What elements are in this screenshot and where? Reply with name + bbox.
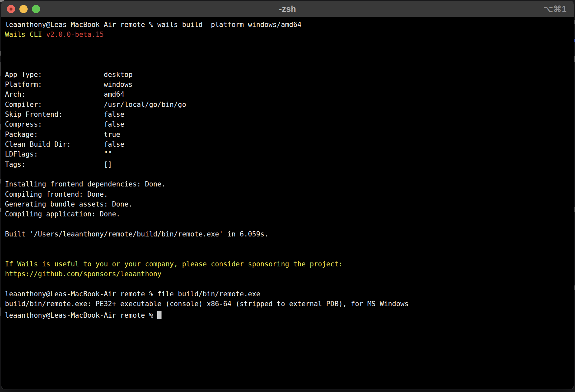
terminal-cursor: [157, 311, 162, 319]
terminal-line: Clean Build Dir: false: [5, 139, 574, 149]
terminal-text-segment: Arch: amd64: [5, 90, 124, 98]
terminal-line: [5, 219, 574, 229]
terminal-window: -zsh ⌥⌘1 leaanthony@Leas-MacBook-Air rem…: [1, 1, 574, 389]
close-button[interactable]: [7, 5, 15, 13]
terminal-line: leaanthony@Leas-MacBook-Air remote %: [5, 309, 574, 319]
terminal-text-segment: LDFlags: "": [5, 150, 112, 158]
terminal-line: Platform: windows: [5, 80, 574, 89]
terminal-text-segment: Clean Build Dir: false: [5, 140, 124, 148]
terminal-text-segment: Tags: []: [5, 160, 112, 168]
terminal-line: Installing frontend dependencies: Done.: [5, 179, 574, 189]
terminal-text-segment: Package: true: [5, 131, 120, 138]
terminal-line: [5, 60, 574, 69]
terminal-line: If Wails is useful to you or your compan…: [5, 259, 574, 269]
terminal-text-segment: Generating bundle assets: Done.: [5, 200, 133, 208]
terminal-text-segment: Compiling frontend: Done.: [5, 190, 108, 198]
terminal-line: Built '/Users/leaanthony/remote/build/bi…: [5, 229, 574, 239]
terminal-line: [5, 50, 574, 60]
minimize-button[interactable]: [19, 5, 28, 13]
terminal-text-segment: leaanthony@Leas-MacBook-Air remote % wai…: [5, 21, 302, 29]
terminal-line: [5, 239, 574, 249]
terminal-text-segment: leaanthony@Leas-MacBook-Air remote %: [5, 311, 157, 319]
terminal-line: Compress: false: [5, 119, 574, 129]
terminal-line: leaanthony@Leas-MacBook-Air remote % fil…: [5, 289, 574, 299]
terminal-line: Skip Frontend: false: [5, 110, 574, 119]
terminal-text-segment: Compiler: /usr/local/go/bin/go: [5, 101, 186, 109]
terminal-line: Arch: amd64: [5, 89, 574, 99]
terminal-line: [5, 249, 574, 259]
terminal-text-segment: Installing frontend dependencies: Done.: [5, 180, 165, 188]
terminal-line: Package: true: [5, 130, 574, 139]
window-title: -zsh: [1, 1, 574, 17]
terminal-line: https://github.com/sponsors/leaanthony: [5, 269, 574, 279]
terminal-text-segment: Platform: windows: [5, 81, 133, 88]
terminal-line: leaanthony@Leas-MacBook-Air remote % wai…: [5, 20, 574, 30]
terminal-text-segment: Compress: false: [5, 120, 124, 128]
terminal-text-segment: https://github.com/sponsors/leaanthony: [5, 270, 162, 278]
traffic-lights: [1, 5, 40, 13]
titlebar[interactable]: -zsh ⌥⌘1: [1, 1, 574, 17]
terminal-text-segment: Wails CLI: [5, 31, 46, 38]
terminal-line: LDFlags: "": [5, 149, 574, 159]
terminal-line: Compiling application: Done.: [5, 209, 574, 219]
terminal-line: Compiler: /usr/local/go/bin/go: [5, 100, 574, 110]
terminal-line: App Type: desktop: [5, 70, 574, 80]
terminal-text-segment: If Wails is useful to you or your compan…: [5, 260, 343, 268]
terminal-text-segment: Compiling application: Done.: [5, 210, 120, 218]
terminal-line: Generating bundle assets: Done.: [5, 199, 574, 209]
terminal-screen[interactable]: leaanthony@Leas-MacBook-Air remote % wai…: [1, 17, 574, 319]
terminal-line: build/bin/remote.exe: PE32+ executable (…: [5, 299, 574, 309]
terminal-text-segment: build/bin/remote.exe: PE32+ executable (…: [5, 300, 409, 308]
terminal-line: Compiling frontend: Done.: [5, 189, 574, 199]
terminal-line: Tags: []: [5, 159, 574, 169]
terminal-line: [5, 279, 574, 289]
terminal-text-segment: Built '/Users/leaanthony/remote/build/bi…: [5, 230, 268, 238]
tab-shortcut-badge: ⌥⌘1: [543, 1, 567, 17]
terminal-text-segment: leaanthony@Leas-MacBook-Air remote % fil…: [5, 290, 260, 298]
zoom-button[interactable]: [32, 5, 40, 13]
terminal-line: Wails CLI v2.0.0-beta.15: [5, 30, 574, 39]
terminal-line: [5, 40, 574, 50]
terminal-text-segment: v2.0.0-beta.15: [46, 31, 104, 38]
terminal-text-segment: Skip Frontend: false: [5, 110, 124, 118]
terminal-line: [5, 169, 574, 179]
terminal-text-segment: App Type: desktop: [5, 71, 133, 79]
